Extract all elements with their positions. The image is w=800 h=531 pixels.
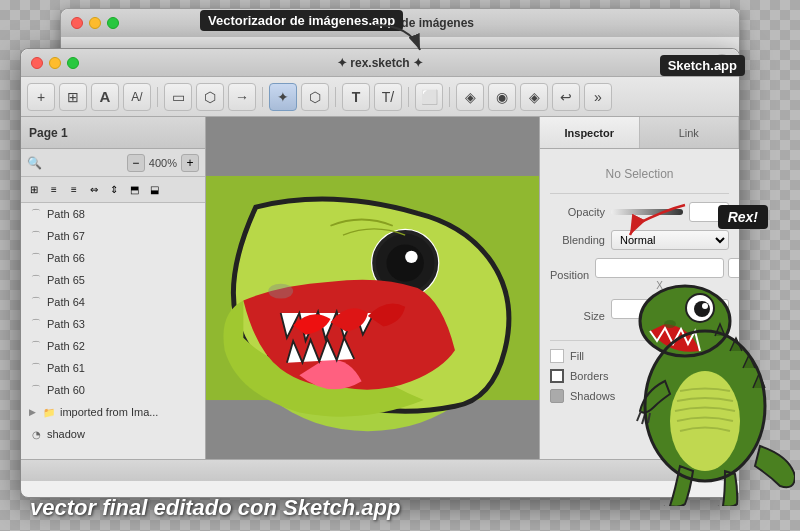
tool4[interactable]: ↩	[552, 83, 580, 111]
sketch-min-btn[interactable]	[49, 57, 61, 69]
toolbar-sep-2	[262, 87, 263, 107]
bottom-label: vector final editado con Sketch.app	[30, 495, 400, 521]
fill-label: Fill	[570, 350, 584, 362]
link-tab[interactable]: Link	[640, 117, 740, 148]
opacity-label: Opacity	[550, 206, 605, 218]
vectorizer-min-btn[interactable]	[89, 17, 101, 29]
layer-path66[interactable]: ⌒ Path 66	[21, 247, 205, 269]
arrow-button[interactable]: →	[228, 83, 256, 111]
type2-button[interactable]: T/	[374, 83, 402, 111]
svg-point-6	[405, 251, 417, 263]
type-button[interactable]: T	[342, 83, 370, 111]
add-button[interactable]: +	[27, 83, 55, 111]
layer-path67[interactable]: ⌒ Path 67	[21, 225, 205, 247]
sketch-canvas[interactable]	[206, 117, 539, 459]
sketch-toolbar: + ⊞ A A/ ▭ ⬡ → ✦ ⬡ T T/ ⬜ ◈ ◉ ◈ ↩ »	[21, 77, 739, 117]
tool1[interactable]: ◈	[456, 83, 484, 111]
shadow-icon: ◔	[29, 427, 43, 441]
search-icon: 🔍	[27, 156, 42, 170]
no-selection-label: No Selection	[550, 159, 729, 194]
layer-path65[interactable]: ⌒ Path 65	[21, 269, 205, 291]
align-btn-3[interactable]: ≡	[65, 181, 83, 199]
sketch-app-label: Sketch.app	[660, 55, 745, 76]
rex-label: Rex!	[718, 205, 768, 229]
fill-color-swatch[interactable]	[550, 349, 564, 363]
svg-point-8	[268, 284, 293, 299]
inspector-tab[interactable]: Inspector	[540, 117, 640, 148]
zoom-level: 400%	[149, 157, 177, 169]
folder-icon: 📁	[42, 405, 56, 419]
path-icon: ⌒	[29, 251, 43, 265]
align-toolbar: ⊞ ≡ ≡ ⇔ ⇕ ⬒ ⬓	[21, 177, 205, 203]
toolbar-sep-1	[157, 87, 158, 107]
layer-path60[interactable]: ⌒ Path 60	[21, 379, 205, 401]
zoom-out-btn[interactable]: −	[127, 154, 145, 172]
svg-point-16	[702, 303, 708, 309]
layer-list: ⌒ Path 68 ⌒ Path 67 ⌒ Path 66 ⌒ Path 65 …	[21, 203, 205, 459]
sketch-max-btn[interactable]	[67, 57, 79, 69]
canvas-illustration	[206, 117, 539, 459]
sketch-titlebar: ✦ rex.sketch ✦ ?	[21, 49, 739, 77]
path-icon: ⌒	[29, 273, 43, 287]
align-btn-7[interactable]: ⬓	[145, 181, 163, 199]
path-icon: ⌒	[29, 361, 43, 375]
align-btn-4[interactable]: ⇔	[85, 181, 103, 199]
align-btn-2[interactable]: ≡	[45, 181, 63, 199]
align-btn-6[interactable]: ⬒	[125, 181, 143, 199]
text-button[interactable]: A	[91, 83, 119, 111]
align-btn-5[interactable]: ⇕	[105, 181, 123, 199]
opacity-row: Opacity	[550, 202, 729, 222]
sidebar-search-bar: 🔍 − 400% +	[21, 149, 205, 177]
position-label: Position	[550, 269, 589, 281]
path-icon: ⌒	[29, 383, 43, 397]
border-color-swatch[interactable]	[550, 369, 564, 383]
rex-character	[595, 236, 795, 506]
sketch-window-buttons	[31, 57, 79, 69]
toolbar-sep-5	[449, 87, 450, 107]
sketch-sidebar: Page 1 🔍 − 400% + ⊞ ≡ ≡ ⇔ ⇕ ⬒ ⬓	[21, 117, 206, 459]
vectorizer-close-btn[interactable]	[71, 17, 83, 29]
vectorizer-app-label: Vectorizador de imágenes.app	[200, 10, 403, 31]
svg-point-15	[694, 301, 710, 317]
grid-button[interactable]: ⊞	[59, 83, 87, 111]
sketch-close-btn[interactable]	[31, 57, 43, 69]
zoom-in-btn[interactable]: +	[181, 154, 199, 172]
inspector-tabs: Inspector Link	[540, 117, 739, 149]
toolbar-sep-4	[408, 87, 409, 107]
text-style-button[interactable]: A/	[123, 83, 151, 111]
path-icon: ⌒	[29, 339, 43, 353]
align-btn-1[interactable]: ⊞	[25, 181, 43, 199]
img-button[interactable]: ⬜	[415, 83, 443, 111]
layer-path63[interactable]: ⌒ Path 63	[21, 313, 205, 335]
more-button[interactable]: »	[584, 83, 612, 111]
page-header: Page 1	[21, 117, 205, 149]
vectorizer-window-buttons	[71, 17, 119, 29]
layer-imported[interactable]: ▶ 📁 imported from Ima...	[21, 401, 205, 423]
zoom-controls: − 400% +	[127, 154, 199, 172]
toolbar-sep-3	[335, 87, 336, 107]
rect-button[interactable]: ▭	[164, 83, 192, 111]
path-icon: ⌒	[29, 207, 43, 221]
folder-expand-icon: ▶	[29, 407, 36, 417]
layer-path61[interactable]: ⌒ Path 61	[21, 357, 205, 379]
pen-button[interactable]: ✦	[269, 83, 297, 111]
shadow-swatch[interactable]	[550, 389, 564, 403]
layer-shadow[interactable]: ◔ shadow	[21, 423, 205, 445]
path-icon: ⌒	[29, 295, 43, 309]
opacity-slider[interactable]	[611, 209, 683, 215]
path-button[interactable]: ⬡	[301, 83, 329, 111]
sketch-window-title: ✦ rex.sketch ✦	[337, 56, 423, 70]
layer-path62[interactable]: ⌒ Path 62	[21, 335, 205, 357]
shape-button[interactable]: ⬡	[196, 83, 224, 111]
tool3[interactable]: ◈	[520, 83, 548, 111]
svg-point-5	[387, 244, 424, 281]
tool2[interactable]: ◉	[488, 83, 516, 111]
layer-path64[interactable]: ⌒ Path 64	[21, 291, 205, 313]
svg-point-17	[664, 320, 676, 328]
path-icon: ⌒	[29, 317, 43, 331]
layer-path68[interactable]: ⌒ Path 68	[21, 203, 205, 225]
vectorizer-max-btn[interactable]	[107, 17, 119, 29]
path-icon: ⌒	[29, 229, 43, 243]
